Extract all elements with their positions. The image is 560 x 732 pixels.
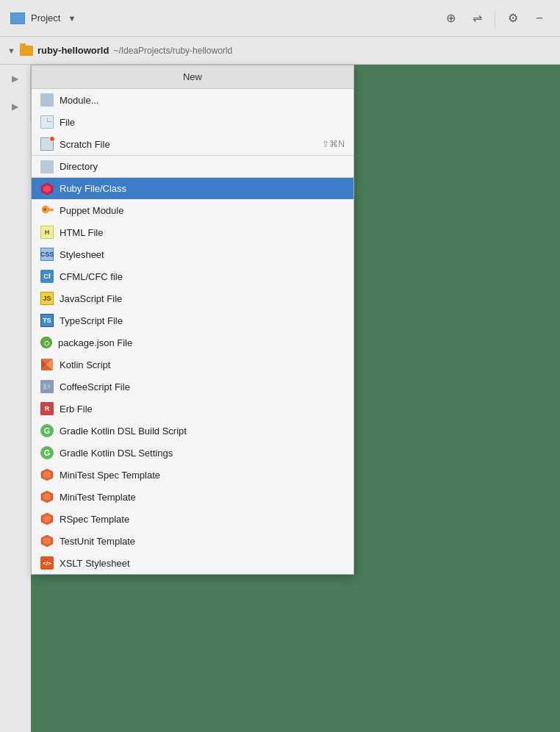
minitest-template-label: MiniTest Template [60,492,345,503]
html-label: HTML File [60,227,345,238]
side-arrows: ▶ ▶ [0,65,31,732]
scratch-badge [49,136,55,142]
file-label: File [60,117,345,128]
svg-text:⬡: ⬡ [44,340,49,347]
menu-item-minitest-spec[interactable]: MiniTest Spec Template [32,464,353,486]
menu-item-testunit-template[interactable]: TestUnit Template [32,530,353,552]
menu-header: New [32,65,353,89]
gradle-settings-icon: G [40,446,54,459]
scratch-shortcut: ⇧⌘N [322,139,345,149]
ts-label: TypeScript File [60,315,345,326]
title-text: Project [31,12,60,24]
ruby-icon [40,182,54,195]
main-area: ▶ ▶ New Module... File Scratch File ⇧ [0,65,560,732]
minitest-spec-label: MiniTest Spec Template [60,470,345,481]
minitest-spec-icon [40,468,54,481]
menu-item-minitest-template[interactable]: MiniTest Template [32,486,353,508]
title-bar: Project ▼ ⊕ ⇌ ⚙ − [0,0,560,37]
side-arrow-2[interactable]: ▶ [0,93,31,121]
package-json-label: package.json File [58,337,345,348]
project-header: ▼ ruby-helloworld ~/IdeaProjects/ruby-he… [0,37,560,65]
menu-item-gradle-build[interactable]: G Gradle Kotlin DSL Build Script [32,420,353,442]
js-icon: JS [40,292,54,305]
xslt-label: XSLT Stylesheet [60,558,345,569]
puppet-icon [40,204,54,217]
new-menu: New Module... File Scratch File ⇧⌘N [31,65,354,575]
rspec-label: RSpec Template [60,514,345,525]
html-icon: H [40,226,54,239]
menu-item-rspec-template[interactable]: RSpec Template [32,508,353,530]
puppet-label: Puppet Module [60,205,345,216]
erb-label: Erb File [60,403,345,415]
module-icon [40,93,54,107]
menu-item-cfml[interactable]: Cf CFML/CFC file [32,265,353,287]
stylesheet-label: Stylesheet [60,249,345,260]
testunit-label: TestUnit Template [60,536,345,547]
ts-icon: TS [40,314,54,327]
menu-item-directory[interactable]: Directory [32,155,353,177]
project-folder-icon [20,46,33,56]
menu-item-ts-file[interactable]: TS TypeScript File [32,309,353,331]
menu-item-file[interactable]: File [32,111,353,133]
minitest-template-icon [40,490,54,503]
toolbar-separator [495,10,495,26]
app-icon [10,12,25,24]
gradle-settings-label: Gradle Kotlin DSL Settings [60,448,345,459]
kotlin-icon [40,358,54,371]
menu-item-erb-file[interactable]: R Erb File [32,398,353,420]
js-label: JavaScript File [60,293,345,304]
settings-button[interactable]: ⚙ [503,8,523,29]
menu-item-package-json[interactable]: ⬡ package.json File [32,331,353,354]
add-content-button[interactable]: ⊕ [440,8,461,29]
gradle-build-label: Gradle Kotlin DSL Build Script [60,426,345,437]
project-path: ~/IdeaProjects/ruby-helloworld [113,46,232,56]
kotlin-label: Kotlin Script [60,359,345,370]
project-collapse-arrow[interactable]: ▼ [7,46,15,55]
scratch-icon [40,137,54,151]
erb-icon: R [40,402,54,415]
side-arrow-1[interactable]: ▶ [0,65,31,93]
coffee-label: CoffeeScript File [60,381,345,392]
svg-point-4 [43,208,46,211]
rspec-icon [40,512,54,525]
xslt-icon: </> [40,556,54,570]
scratch-file-label: Scratch File [60,139,316,150]
menu-item-module[interactable]: Module... [32,89,353,111]
cf-icon: Cf [40,270,54,283]
svg-rect-3 [49,209,54,211]
svg-rect-11 [40,380,54,393]
directory-icon [40,160,54,173]
testunit-icon [40,534,54,548]
menu-item-js-file[interactable]: JS JavaScript File [32,287,353,309]
cfml-label: CFML/CFC file [60,271,345,282]
menu-item-stylesheet[interactable]: CSS Stylesheet [32,243,353,265]
coffee-icon [40,380,54,393]
project-name: ruby-helloworld [37,45,110,56]
file-icon [40,115,54,129]
menu-item-html-file[interactable]: H HTML File [32,221,353,243]
gradle-build-icon: G [40,424,54,437]
new-menu-container: New Module... File Scratch File ⇧⌘N [31,65,354,575]
menu-item-ruby-file[interactable]: Ruby File/Class [32,177,353,199]
ruby-file-label: Ruby File/Class [60,183,345,194]
menu-item-coffee-script[interactable]: CoffeeScript File [32,376,353,398]
equalize-button[interactable]: ⇌ [467,8,487,29]
minimize-button[interactable]: − [529,8,550,29]
directory-label: Directory [60,161,345,172]
module-label: Module... [60,95,345,106]
node-icon: ⬡ [40,337,52,348]
title-dropdown-arrow[interactable]: ▼ [68,14,76,23]
menu-item-scratch-file[interactable]: Scratch File ⇧⌘N [32,133,353,155]
menu-item-gradle-settings[interactable]: G Gradle Kotlin DSL Settings [32,442,353,464]
menu-item-xslt[interactable]: </> XSLT Stylesheet [32,552,353,574]
menu-item-puppet-module[interactable]: Puppet Module [32,199,353,221]
menu-item-kotlin-script[interactable]: Kotlin Script [32,354,353,376]
css-icon: CSS [40,248,54,261]
